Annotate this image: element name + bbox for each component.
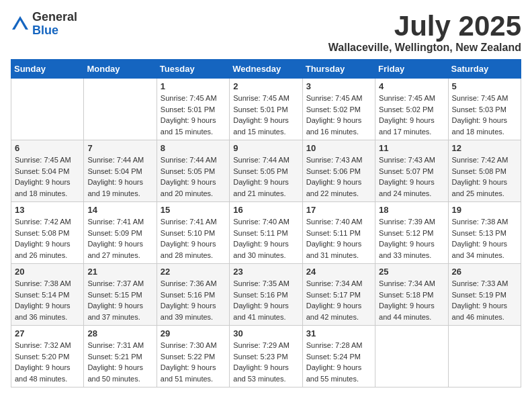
day-info: Sunrise: 7:45 AMSunset: 5:01 PMDaylight:… — [161, 93, 226, 137]
day-number: 25 — [379, 267, 444, 277]
weekday-header: Saturday — [448, 60, 521, 79]
calendar-cell: 30Sunrise: 7:29 AMSunset: 5:23 PMDayligh… — [230, 326, 302, 387]
calendar-table: SundayMondayTuesdayWednesdayThursdayFrid… — [11, 59, 521, 387]
calendar-cell — [84, 79, 157, 140]
calendar-cell: 29Sunrise: 7:30 AMSunset: 5:22 PMDayligh… — [157, 326, 229, 387]
day-number: 13 — [15, 205, 80, 215]
calendar-cell: 27Sunrise: 7:32 AMSunset: 5:20 PMDayligh… — [11, 326, 84, 387]
day-info: Sunrise: 7:42 AMSunset: 5:08 PMDaylight:… — [15, 216, 80, 261]
calendar-cell: 13Sunrise: 7:42 AMSunset: 5:08 PMDayligh… — [11, 202, 84, 264]
calendar-cell: 4Sunrise: 7:45 AMSunset: 5:02 PMDaylight… — [375, 79, 448, 140]
day-number: 24 — [306, 267, 371, 277]
day-number: 28 — [87, 328, 152, 338]
day-number: 29 — [161, 328, 226, 338]
day-number: 3 — [306, 81, 371, 91]
calendar-cell: 22Sunrise: 7:36 AMSunset: 5:16 PMDayligh… — [157, 264, 229, 326]
day-info: Sunrise: 7:37 AMSunset: 5:15 PMDaylight:… — [87, 278, 152, 322]
day-info: Sunrise: 7:42 AMSunset: 5:08 PMDaylight:… — [452, 154, 517, 199]
calendar-cell: 16Sunrise: 7:40 AMSunset: 5:11 PMDayligh… — [230, 202, 302, 264]
logo-blue: Blue — [32, 24, 58, 37]
calendar-week-row: 13Sunrise: 7:42 AMSunset: 5:08 PMDayligh… — [11, 202, 521, 264]
location: Wallaceville, Wellington, New Zealand — [328, 42, 521, 54]
day-info: Sunrise: 7:44 AMSunset: 5:04 PMDaylight:… — [87, 154, 152, 199]
calendar-cell: 9Sunrise: 7:44 AMSunset: 5:05 PMDaylight… — [230, 140, 302, 202]
calendar-cell: 20Sunrise: 7:38 AMSunset: 5:14 PMDayligh… — [11, 264, 84, 326]
day-info: Sunrise: 7:40 AMSunset: 5:11 PMDaylight:… — [306, 216, 371, 261]
weekday-header: Sunday — [11, 60, 84, 79]
day-info: Sunrise: 7:40 AMSunset: 5:11 PMDaylight:… — [233, 216, 298, 261]
logo-general: General — [32, 10, 77, 24]
day-number: 6 — [15, 143, 80, 153]
day-info: Sunrise: 7:30 AMSunset: 5:22 PMDaylight:… — [161, 340, 226, 384]
calendar-cell: 21Sunrise: 7:37 AMSunset: 5:15 PMDayligh… — [84, 264, 157, 326]
day-info: Sunrise: 7:39 AMSunset: 5:12 PMDaylight:… — [379, 216, 444, 261]
calendar-week-row: 27Sunrise: 7:32 AMSunset: 5:20 PMDayligh… — [11, 326, 521, 387]
day-number: 14 — [87, 205, 152, 215]
day-number: 4 — [379, 81, 444, 91]
calendar-cell: 18Sunrise: 7:39 AMSunset: 5:12 PMDayligh… — [375, 202, 448, 264]
day-info: Sunrise: 7:41 AMSunset: 5:10 PMDaylight:… — [161, 216, 226, 261]
day-info: Sunrise: 7:44 AMSunset: 5:05 PMDaylight:… — [161, 154, 226, 199]
day-info: Sunrise: 7:32 AMSunset: 5:20 PMDaylight:… — [15, 340, 80, 384]
calendar-cell: 24Sunrise: 7:34 AMSunset: 5:17 PMDayligh… — [302, 264, 375, 326]
logo-text: General Blue — [32, 11, 77, 38]
day-number: 1 — [161, 81, 226, 91]
day-info: Sunrise: 7:38 AMSunset: 5:13 PMDaylight:… — [452, 216, 517, 261]
day-number: 2 — [233, 81, 298, 91]
calendar-cell: 6Sunrise: 7:45 AMSunset: 5:04 PMDaylight… — [11, 140, 84, 202]
day-number: 16 — [233, 205, 298, 215]
day-number: 19 — [452, 205, 517, 215]
day-info: Sunrise: 7:45 AMSunset: 5:03 PMDaylight:… — [452, 93, 517, 137]
day-info: Sunrise: 7:33 AMSunset: 5:19 PMDaylight:… — [452, 278, 517, 322]
day-number: 18 — [379, 205, 444, 215]
weekday-header: Wednesday — [230, 60, 302, 79]
calendar-cell: 12Sunrise: 7:42 AMSunset: 5:08 PMDayligh… — [448, 140, 521, 202]
weekday-header: Friday — [375, 60, 448, 79]
day-info: Sunrise: 7:38 AMSunset: 5:14 PMDaylight:… — [15, 278, 80, 322]
calendar-cell: 31Sunrise: 7:28 AMSunset: 5:24 PMDayligh… — [302, 326, 375, 387]
calendar-cell: 17Sunrise: 7:40 AMSunset: 5:11 PMDayligh… — [302, 202, 375, 264]
day-number: 11 — [379, 143, 444, 153]
day-info: Sunrise: 7:29 AMSunset: 5:23 PMDaylight:… — [233, 340, 298, 384]
day-number: 17 — [306, 205, 371, 215]
calendar-week-row: 6Sunrise: 7:45 AMSunset: 5:04 PMDaylight… — [11, 140, 521, 202]
day-number: 27 — [15, 328, 80, 338]
weekday-header-row: SundayMondayTuesdayWednesdayThursdayFrid… — [11, 60, 521, 79]
day-number: 26 — [452, 267, 517, 277]
day-info: Sunrise: 7:41 AMSunset: 5:09 PMDaylight:… — [87, 216, 152, 261]
weekday-header: Tuesday — [157, 60, 229, 79]
day-number: 23 — [233, 267, 298, 277]
calendar-cell — [375, 326, 448, 387]
day-number: 22 — [161, 267, 226, 277]
calendar-cell: 19Sunrise: 7:38 AMSunset: 5:13 PMDayligh… — [448, 202, 521, 264]
day-info: Sunrise: 7:28 AMSunset: 5:24 PMDaylight:… — [306, 340, 371, 384]
day-number: 10 — [306, 143, 371, 153]
day-info: Sunrise: 7:36 AMSunset: 5:16 PMDaylight:… — [161, 278, 226, 322]
day-info: Sunrise: 7:31 AMSunset: 5:21 PMDaylight:… — [87, 340, 152, 384]
day-info: Sunrise: 7:43 AMSunset: 5:06 PMDaylight:… — [306, 154, 371, 199]
calendar-cell: 8Sunrise: 7:44 AMSunset: 5:05 PMDaylight… — [157, 140, 229, 202]
calendar-cell: 1Sunrise: 7:45 AMSunset: 5:01 PMDaylight… — [157, 79, 229, 140]
day-info: Sunrise: 7:34 AMSunset: 5:17 PMDaylight:… — [306, 278, 371, 322]
day-info: Sunrise: 7:45 AMSunset: 5:02 PMDaylight:… — [379, 93, 444, 137]
calendar-cell: 10Sunrise: 7:43 AMSunset: 5:06 PMDayligh… — [302, 140, 375, 202]
calendar-cell: 15Sunrise: 7:41 AMSunset: 5:10 PMDayligh… — [157, 202, 229, 264]
day-number: 31 — [306, 328, 371, 338]
title-section: July 2025 Wallaceville, Wellington, New … — [328, 11, 521, 54]
day-info: Sunrise: 7:43 AMSunset: 5:07 PMDaylight:… — [379, 154, 444, 199]
calendar-cell: 5Sunrise: 7:45 AMSunset: 5:03 PMDaylight… — [448, 79, 521, 140]
calendar-cell: 28Sunrise: 7:31 AMSunset: 5:21 PMDayligh… — [84, 326, 157, 387]
day-info: Sunrise: 7:45 AMSunset: 5:04 PMDaylight:… — [15, 154, 80, 199]
day-number: 5 — [452, 81, 517, 91]
day-info: Sunrise: 7:35 AMSunset: 5:16 PMDaylight:… — [233, 278, 298, 322]
day-number: 30 — [233, 328, 298, 338]
day-number: 7 — [87, 143, 152, 153]
day-info: Sunrise: 7:45 AMSunset: 5:01 PMDaylight:… — [233, 93, 298, 137]
month-title: July 2025 — [328, 11, 521, 42]
weekday-header: Thursday — [302, 60, 375, 79]
calendar-cell: 7Sunrise: 7:44 AMSunset: 5:04 PMDaylight… — [84, 140, 157, 202]
calendar-cell: 23Sunrise: 7:35 AMSunset: 5:16 PMDayligh… — [230, 264, 302, 326]
weekday-header: Monday — [84, 60, 157, 79]
calendar-cell — [448, 326, 521, 387]
day-info: Sunrise: 7:34 AMSunset: 5:18 PMDaylight:… — [379, 278, 444, 322]
